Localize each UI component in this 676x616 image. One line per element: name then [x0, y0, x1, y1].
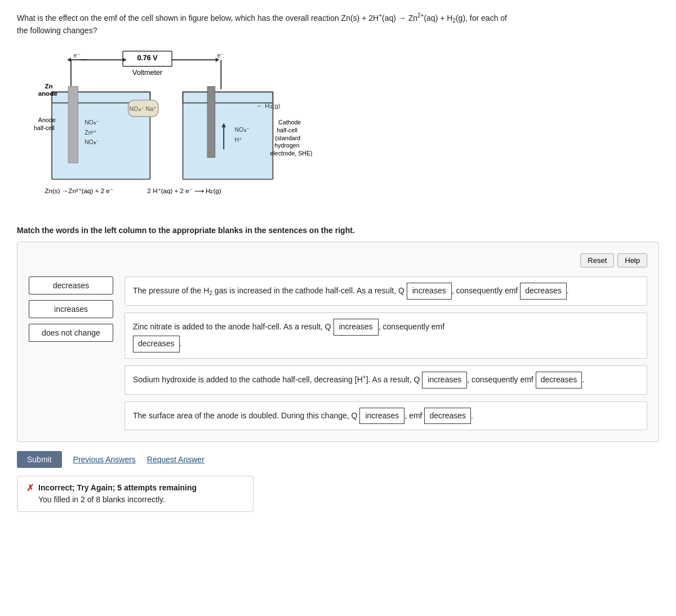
- top-buttons-area: Reset Help: [29, 253, 647, 267]
- blank-2a[interactable]: increases: [333, 319, 379, 336]
- word-bank: decreases increases does not change: [29, 276, 113, 430]
- feedback-title: Incorrect; Try Again; 5 attempts remaini…: [38, 483, 197, 492]
- svg-text:Cathode: Cathode: [278, 119, 301, 126]
- sentence-3: Sodium hydroxide is added to the cathode…: [124, 365, 647, 395]
- feedback-text: Incorrect; Try Again; 5 attempts remaini…: [38, 482, 197, 506]
- word-does-not-change[interactable]: does not change: [29, 324, 113, 342]
- svg-rect-20: [207, 87, 215, 158]
- svg-text:e⁻: e⁻: [217, 52, 224, 59]
- svg-text:NO₃⁻  Na⁺: NO₃⁻ Na⁺: [130, 106, 157, 113]
- sentence-1: The pressure of the H2 gas is increased …: [124, 276, 647, 306]
- match-container: Reset Help decreases increases does not …: [17, 242, 659, 442]
- feedback-icon: ✗: [26, 483, 34, 493]
- feedback-box: ✗ Incorrect; Try Again; 5 attempts remai…: [17, 476, 254, 512]
- question-text: What is the effect on the emf of the cel…: [17, 11, 659, 37]
- help-button[interactable]: Help: [617, 253, 647, 267]
- match-body: decreases increases does not change The …: [29, 276, 647, 430]
- diagram-container: 0.76 V Voltmeter e⁻ e⁻ NO₃⁻ Na⁺: [17, 46, 332, 220]
- request-answer-link[interactable]: Request Answer: [147, 455, 204, 464]
- svg-text:hydrogen: hydrogen: [274, 142, 299, 149]
- sentence-4: The surface area of the anode is doubled…: [124, 401, 647, 431]
- sentences-column: The pressure of the H2 gas is increased …: [124, 276, 647, 430]
- svg-rect-15: [68, 87, 78, 163]
- svg-text:← H₂(g): ← H₂(g): [256, 102, 281, 110]
- blank-4b[interactable]: decreases: [424, 408, 471, 425]
- diagram-area: 0.76 V Voltmeter e⁻ e⁻ NO₃⁻ Na⁺: [17, 46, 659, 220]
- word-increases[interactable]: increases: [29, 300, 113, 318]
- svg-text:Zn(s) →Zn²⁺(aq) + 2 e⁻: Zn(s) →Zn²⁺(aq) + 2 e⁻: [45, 187, 113, 194]
- svg-text:half-cell: half-cell: [277, 127, 297, 133]
- blank-2b[interactable]: decreases: [133, 336, 180, 352]
- svg-text:Anode: Anode: [38, 117, 56, 123]
- blank-3a[interactable]: increases: [422, 372, 467, 389]
- blank-3b[interactable]: decreases: [536, 372, 582, 389]
- submit-button[interactable]: Submit: [17, 451, 62, 468]
- blank-1b[interactable]: decreases: [520, 283, 567, 300]
- svg-text:2 H⁺(aq) + 2 e⁻ ⟶  H₂(g): 2 H⁺(aq) + 2 e⁻ ⟶ H₂(g): [148, 187, 221, 194]
- svg-text:H⁺: H⁺: [235, 136, 243, 143]
- svg-text:(standard: (standard: [275, 135, 300, 141]
- svg-text:NO₃⁻: NO₃⁻: [84, 139, 99, 146]
- feedback-detail: You filled in 2 of 8 blanks incorrectly.: [38, 495, 165, 504]
- cell-diagram: 0.76 V Voltmeter e⁻ e⁻ NO₃⁻ Na⁺: [17, 46, 332, 220]
- svg-text:electrode, SHE): electrode, SHE): [270, 150, 313, 157]
- reset-button[interactable]: Reset: [580, 253, 614, 267]
- svg-text:Zn: Zn: [45, 82, 52, 90]
- previous-answers-link[interactable]: Previous Answers: [73, 455, 136, 464]
- svg-text:Voltmeter: Voltmeter: [132, 69, 162, 77]
- svg-text:anode: anode: [38, 90, 58, 97]
- svg-text:Zn²⁺: Zn²⁺: [84, 129, 97, 136]
- submit-area: Submit Previous Answers Request Answer: [17, 451, 659, 468]
- match-instruction: Match the words in the left column to th…: [17, 226, 659, 235]
- svg-text:NO₃⁻: NO₃⁻: [235, 127, 250, 133]
- blank-1a[interactable]: increases: [407, 283, 452, 300]
- svg-marker-7: [67, 58, 71, 63]
- svg-text:NO₃⁻: NO₃⁻: [84, 119, 99, 126]
- svg-text:half-cell: half-cell: [34, 125, 55, 132]
- sentence-2: Zinc nitrate is added to the anode half-…: [124, 313, 647, 359]
- blank-4a[interactable]: increases: [359, 408, 404, 425]
- svg-text:0.76 V: 0.76 V: [137, 55, 158, 63]
- svg-text:e⁻: e⁻: [74, 52, 81, 59]
- word-decreases[interactable]: decreases: [29, 276, 113, 294]
